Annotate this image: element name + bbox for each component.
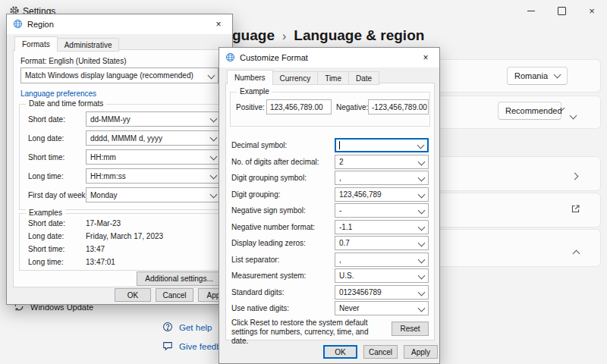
measurement-system-value: U.S. [339,271,354,280]
leading-zeros-select[interactable]: 0.7 [335,236,429,250]
region-dialog-titlebar[interactable]: Region × [7,14,232,34]
examples-group-label: Examples [26,209,65,217]
long-date-label: Long date: [28,134,64,143]
globe-icon [225,52,235,64]
example-label: Long time: [28,258,64,266]
digits-after-decimal-select[interactable]: 2 [335,155,429,169]
chevron-down-icon [418,256,426,263]
dialog-title: Region [27,20,54,29]
chevron-down-icon [418,206,426,214]
example-group-label: Example [237,87,272,96]
card-chevron-up-icon[interactable] [574,246,579,259]
country-dropdown-value: Romania [514,71,548,80]
digit-grouping-row: Digit grouping: 123,456,789 [231,187,429,202]
negative-format-select[interactable]: -1.1 [335,220,429,234]
standard-digits-label: Standard digits: [231,288,285,297]
get-help-link[interactable]: Get help [162,322,212,334]
example-long-date: Long date: Friday, March 17, 2023 [28,232,64,242]
ok-button[interactable]: OK [323,345,357,359]
negative-sign-select[interactable]: - [335,203,429,218]
tab-administrative[interactable]: Administrative [57,38,120,52]
reset-description: Click Reset to restore the system defaul… [231,318,387,346]
short-time-select[interactable]: HH:mm [86,149,221,165]
digits-after-decimal-value: 2 [339,158,344,166]
chevron-down-icon [418,158,426,165]
settings-window: Settings × guage › Language & region Rom… [0,0,607,364]
example-label: Short date: [28,219,65,228]
negative-sign-label: Negative sign symbol: [231,206,306,215]
language-preferences-link[interactable]: Language preferences [20,89,96,98]
example-value: 13:47 [86,245,105,253]
standard-digits-select[interactable]: 0123456789 [335,285,429,300]
measurement-system-row: Measurement system: U.S. [231,268,429,283]
datetime-group-label: Date and time formats [26,99,106,108]
list-separator-select[interactable]: , [335,253,429,267]
measurement-system-select[interactable]: U.S. [335,268,429,283]
cancel-button[interactable]: Cancel [156,288,193,302]
reset-button[interactable]: Reset [392,322,429,336]
digit-grouping-select[interactable]: 123,456,789 [335,187,429,202]
long-date-row: Long date: dddd, MMMM d, yyyy [28,130,222,146]
example-short-time: Short time: 13:47 [28,245,64,255]
globe-icon [13,19,23,30]
short-time-value: HH:mm [90,153,116,162]
tab-time[interactable]: Time [317,71,349,85]
customize-tabs: Numbers Currency Time Date [227,70,379,85]
text-cursor [339,141,340,149]
maximize-button[interactable] [546,0,577,21]
ok-button[interactable]: OK [115,288,151,302]
digit-grouping-label: Digit grouping: [231,190,280,199]
page-title: Language & region [294,27,424,44]
negative-label: Negative: [336,103,368,111]
apply-button[interactable]: Apply [404,345,438,359]
first-day-select[interactable]: Monday [86,187,221,202]
chevron-down-icon [210,134,218,142]
card-chevron-right-icon[interactable] [572,168,577,182]
minimize-button[interactable] [516,0,546,21]
long-date-select[interactable]: dddd, MMMM d, yyyy [86,130,221,146]
short-time-row: Short time: HH:mm [28,149,222,165]
close-icon[interactable]: × [413,49,439,66]
tab-formats[interactable]: Formats [14,36,58,52]
regional-format-expander[interactable] [571,108,576,121]
customize-dialog-titlebar[interactable]: Customize Format × [219,48,439,67]
cancel-button[interactable]: Cancel [363,345,398,359]
native-digits-row: Use native digits: Never [231,301,429,315]
regional-format-dropdown[interactable]: Recommended [498,102,561,120]
positive-example-field: 123,456,789.00 [266,99,332,115]
negative-sign-value: - [339,206,341,215]
tab-numbers[interactable]: Numbers [227,70,273,85]
external-link-icon[interactable] [571,203,580,217]
standard-digits-row: Standard digits: 0123456789 [231,285,429,300]
example-long-time: Long time: 13:47:01 [28,258,64,268]
regional-format-value: Recommended [505,106,562,115]
chevron-down-icon [418,239,426,246]
tab-currency[interactable]: Currency [272,71,319,85]
example-short-date: Short date: 17-Mar-23 [28,219,65,229]
close-button[interactable]: × [577,0,607,21]
long-date-value: dddd, MMMM d, yyyy [90,134,162,143]
tab-date[interactable]: Date [348,71,379,85]
format-select[interactable]: Match Windows display language (recommen… [20,67,219,83]
format-select-value: Match Windows display language (recommen… [25,71,193,80]
leading-zeros-label: Display leading zeros: [231,239,306,247]
window-controls: × [516,0,607,21]
breadcrumb-separator-icon: › [282,30,286,43]
help-icon [162,322,173,334]
chevron-down-icon [210,191,218,199]
format-label: Format: English (United States) [20,57,127,65]
digits-after-decimal-row: No. of digits after decimal: 2 [231,155,429,169]
digit-grouping-symbol-select[interactable]: , [335,171,429,185]
native-digits-select[interactable]: Never [335,301,429,315]
get-help-label: Get help [179,323,212,332]
close-icon[interactable]: × [206,15,231,33]
example-value: Friday, March 17, 2023 [86,232,163,240]
chevron-down-icon [210,172,218,180]
country-dropdown[interactable]: Romania [507,67,568,85]
additional-settings-button[interactable]: Additional settings... [137,271,222,286]
long-time-select[interactable]: HH:mm:ss [86,168,221,184]
chevron-down-icon [418,190,426,198]
decimal-symbol-input[interactable] [335,138,429,152]
breadcrumb-parent-fragment[interactable]: guage [232,27,275,44]
short-date-select[interactable]: dd-MMM-yy [86,111,221,127]
